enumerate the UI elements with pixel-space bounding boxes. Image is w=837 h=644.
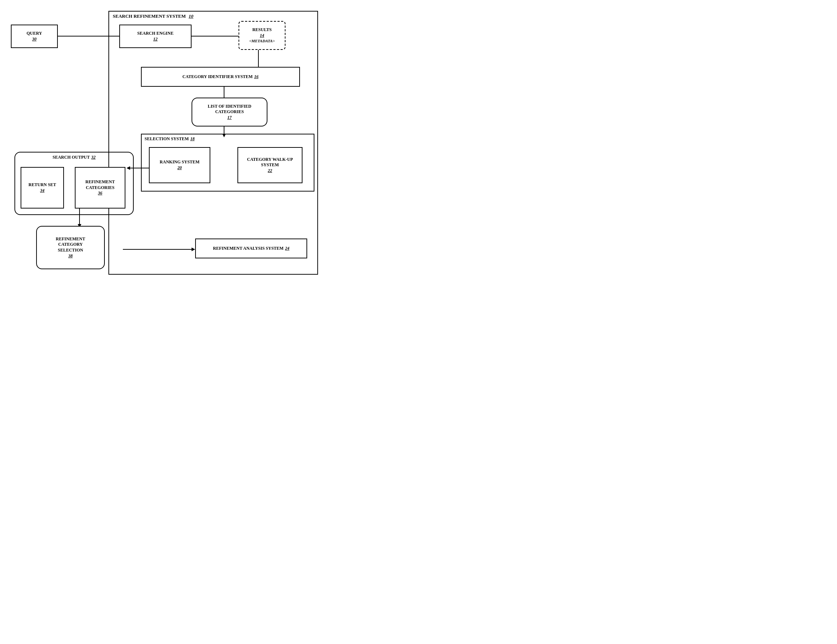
selection-system-label: SELECTION SYSTEM 18 [144, 136, 194, 142]
refinement-analysis-box: REFINEMENT ANALYSIS SYSTEM 24 [195, 238, 307, 258]
refinement-category-selection-ref: 38 [68, 253, 73, 259]
refinement-categories-label: REFINEMENT CATEGORIES [85, 179, 115, 191]
category-walkup-ref: 22 [268, 168, 272, 174]
search-engine-label: SEARCH ENGINE [137, 31, 174, 36]
return-set-box: RETURN SET 34 [21, 167, 64, 209]
category-walkup-box: CATEGORY WALK-UP SYSTEM 22 [238, 147, 302, 183]
list-categories-ref: 17 [227, 115, 231, 121]
return-set-ref: 34 [40, 188, 44, 194]
return-set-label: RETURN SET [28, 182, 56, 188]
refinement-categories-box: REFINEMENT CATEGORIES 36 [75, 167, 125, 209]
refinement-analysis-ref: 24 [285, 246, 289, 251]
refinement-categories-ref: 36 [98, 191, 102, 196]
list-categories-label: LIST OF IDENTIFIED CATEGORIES [208, 104, 251, 115]
refinement-category-selection-label: REFINEMENT CATEGORY SELECTION [56, 237, 85, 253]
refinement-category-selection-box: REFINEMENT CATEGORY SELECTION 38 [36, 226, 105, 269]
list-categories-box: LIST OF IDENTIFIED CATEGORIES 17 [192, 98, 268, 127]
query-ref: 30 [32, 36, 36, 42]
refinement-analysis-label: REFINEMENT ANALYSIS SYSTEM [213, 246, 283, 251]
query-label: QUERY [27, 31, 42, 36]
results-box: RESULTS 14 <METADATA> [238, 21, 286, 50]
search-output-outer: SEARCH OUTPUT 32 RETURN SET 34 REFINEMEN… [15, 152, 134, 215]
results-sublabel: <METADATA> [249, 38, 275, 43]
category-walkup-label: CATEGORY WALK-UP SYSTEM [247, 157, 293, 168]
results-ref: 14 [260, 33, 264, 39]
search-engine-box: SEARCH ENGINE 12 [119, 25, 192, 48]
results-label: RESULTS [252, 27, 272, 33]
category-identifier-ref: 16 [254, 74, 258, 80]
category-identifier-box: CATEGORY IDENTIFIER SYSTEM 16 [141, 67, 300, 87]
diagram: SEARCH ENGINE SEARCH REFINEMENT SYSTEM 1… [0, 0, 325, 282]
ranking-system-label: RANKING SYSTEM [160, 159, 200, 165]
selection-system-outer: SELECTION SYSTEM 18 RANKING SYSTEM 20 CA… [141, 134, 314, 192]
search-refinement-label: SEARCH ENGINE SEARCH REFINEMENT SYSTEM 1… [113, 13, 194, 20]
category-identifier-label: CATEGORY IDENTIFIER SYSTEM [182, 74, 253, 80]
search-engine-ref: 12 [153, 36, 158, 42]
ranking-system-box: RANKING SYSTEM 20 [149, 147, 210, 183]
search-output-label: SEARCH OUTPUT 32 [53, 155, 95, 160]
ranking-system-ref: 20 [177, 165, 182, 171]
query-box: QUERY 30 [11, 25, 58, 48]
